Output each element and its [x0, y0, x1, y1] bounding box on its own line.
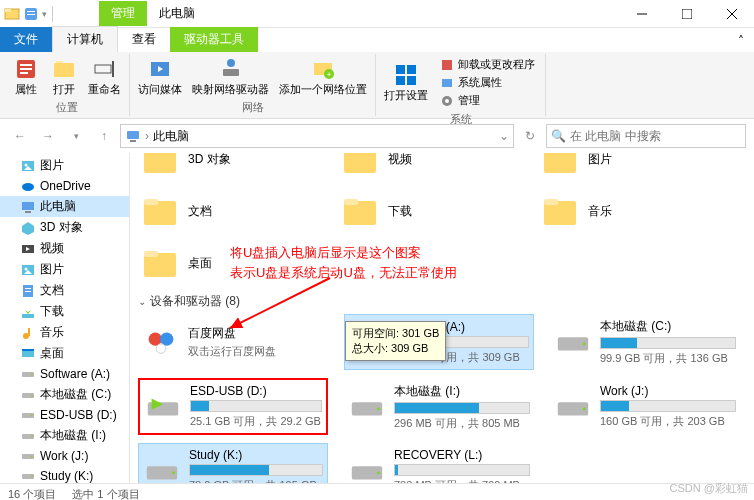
ribbon-group-network-label: 网络: [134, 99, 371, 116]
properties-icon: [14, 57, 38, 81]
folder-桌面[interactable]: 桌面: [138, 241, 298, 285]
tab-file[interactable]: 文件: [0, 27, 52, 52]
address-box[interactable]: › 此电脑 ⌄: [120, 124, 514, 148]
drive-6[interactable]: Study (K:)78.0 GB 可用，共 195 GB: [138, 443, 328, 483]
svg-rect-71: [344, 153, 376, 173]
downloads-icon: [20, 304, 36, 320]
sidebar-item-13[interactable]: 本地磁盘 (I:): [0, 425, 129, 446]
folder-文档[interactable]: 文档: [138, 189, 298, 233]
ribbon-map-drive[interactable]: 映射网络驱动器: [188, 54, 273, 99]
folder-label: 音乐: [588, 203, 612, 220]
sidebar-item-5[interactable]: 图片: [0, 259, 129, 280]
sidebar-item-14[interactable]: Work (J:): [0, 446, 129, 466]
drive-4[interactable]: 本地磁盘 (I:)296 MB 可用，共 805 MB: [344, 378, 534, 435]
close-button[interactable]: [709, 0, 754, 28]
desktop-icon: [20, 346, 36, 362]
search-icon: 🔍: [551, 129, 566, 143]
properties-qat-icon[interactable]: [23, 6, 39, 22]
svg-rect-10: [20, 64, 32, 66]
ribbon-open[interactable]: 打开: [46, 54, 82, 99]
drive-7[interactable]: RECOVERY (L:)783 MB 可用，共 799 MB: [344, 443, 534, 483]
folder-下载[interactable]: 下载: [338, 189, 498, 233]
videos-icon: [20, 241, 36, 257]
folder-label: 桌面: [188, 255, 212, 272]
sidebar-item-10[interactable]: Software (A:): [0, 364, 129, 384]
drive-1[interactable]: Software (A:)301 GB 可用，共 309 GB: [344, 314, 534, 370]
sidebar[interactable]: 图片OneDrive此电脑3D 对象视频图片文档下载音乐桌面Software (…: [0, 153, 130, 483]
sidebar-item-label: 此电脑: [40, 198, 76, 215]
drive-app-0[interactable]: 百度网盘双击运行百度网盘: [138, 314, 328, 370]
sidebar-item-9[interactable]: 桌面: [0, 343, 129, 364]
maximize-button[interactable]: [664, 0, 709, 28]
tab-computer[interactable]: 计算机: [52, 26, 118, 52]
map-drive-icon: [219, 57, 243, 81]
svg-rect-15: [95, 65, 111, 73]
svg-point-60: [31, 415, 33, 417]
svg-point-95: [583, 407, 586, 410]
drive-3[interactable]: ESD-USB (D:)25.1 GB 可用，共 29.2 GB: [138, 378, 328, 435]
ribbon-manage[interactable]: 管理: [438, 92, 537, 109]
svg-marker-14: [56, 61, 64, 63]
title-tab-manage[interactable]: 管理: [99, 1, 147, 26]
svg-rect-47: [25, 288, 31, 289]
sidebar-item-15[interactable]: Study (K:): [0, 466, 129, 483]
breadcrumb[interactable]: 此电脑: [153, 128, 189, 145]
ribbon-collapse-icon[interactable]: ˄: [728, 30, 754, 52]
status-count: 16 个项目: [8, 487, 56, 500]
ribbon-rename[interactable]: 重命名: [84, 54, 125, 99]
tab-driver-tools[interactable]: 驱动器工具: [170, 27, 258, 52]
svg-point-93: [377, 407, 380, 410]
drive-name: Study (K:): [189, 448, 323, 462]
ribbon-uninstall[interactable]: 卸载或更改程序: [438, 56, 537, 73]
svg-rect-69: [144, 153, 176, 173]
ribbon-add-network[interactable]: + 添加一个网络位置: [275, 54, 371, 99]
sidebar-item-2[interactable]: 此电脑: [0, 196, 129, 217]
sidebar-item-label: Work (J:): [40, 449, 88, 463]
content: 3D 对象视频图片文档下载音乐桌面设备和驱动器 (8)百度网盘双击运行百度网盘S…: [130, 153, 754, 483]
svg-rect-12: [20, 72, 28, 74]
ribbon-access-media[interactable]: 访问媒体: [134, 54, 186, 99]
sidebar-item-12[interactable]: ESD-USB (D:): [0, 405, 129, 425]
minimize-button[interactable]: [619, 0, 664, 28]
nav-back-button[interactable]: ←: [8, 124, 32, 148]
folder-音乐[interactable]: 音乐: [538, 189, 698, 233]
svg-rect-27: [407, 76, 416, 85]
manage-icon: [440, 94, 454, 108]
search-box[interactable]: 🔍: [546, 124, 746, 148]
folder-视频[interactable]: 视频: [338, 153, 498, 181]
sidebar-item-4[interactable]: 视频: [0, 238, 129, 259]
search-input[interactable]: [570, 129, 741, 143]
ribbon-system-props[interactable]: 系统属性: [438, 74, 537, 91]
drive-bar: [394, 464, 530, 476]
svg-point-62: [31, 435, 33, 437]
ribbon-open-settings[interactable]: 打开设置: [380, 54, 432, 111]
nav-forward-button[interactable]: →: [36, 124, 60, 148]
svg-rect-3: [27, 11, 35, 12]
ribbon-properties[interactable]: 属性: [8, 54, 44, 99]
section-devices[interactable]: 设备和驱动器 (8): [138, 293, 746, 310]
svg-rect-33: [130, 140, 136, 142]
folder-图片[interactable]: 图片: [538, 153, 698, 181]
sidebar-item-11[interactable]: 本地磁盘 (C:): [0, 384, 129, 405]
sidebar-item-7[interactable]: 下载: [0, 301, 129, 322]
sidebar-item-label: 桌面: [40, 345, 64, 362]
tab-view[interactable]: 查看: [118, 27, 170, 52]
folder-3D 对象[interactable]: 3D 对象: [138, 153, 298, 181]
sidebar-item-6[interactable]: 文档: [0, 280, 129, 301]
qat-dropdown-icon[interactable]: ▾: [42, 9, 47, 19]
sidebar-item-8[interactable]: 音乐: [0, 322, 129, 343]
drive-5[interactable]: Work (J:)160 GB 可用，共 203 GB: [550, 378, 740, 435]
sidebar-item-0[interactable]: 图片: [0, 155, 129, 176]
nav-history-dropdown[interactable]: ▾: [64, 124, 88, 148]
svg-rect-82: [144, 251, 158, 257]
nav-up-button[interactable]: ↑: [92, 124, 116, 148]
drive-2[interactable]: 本地磁盘 (C:)99.9 GB 可用，共 136 GB: [550, 314, 740, 370]
status-selected: 选中 1 个项目: [72, 487, 139, 500]
address-dropdown-icon[interactable]: ⌄: [499, 129, 509, 143]
open-icon: [52, 57, 76, 81]
drive-bar: [394, 402, 530, 414]
refresh-button[interactable]: ↻: [518, 124, 542, 148]
sidebar-item-3[interactable]: 3D 对象: [0, 217, 129, 238]
drive-icon: [20, 407, 36, 423]
sidebar-item-1[interactable]: OneDrive: [0, 176, 129, 196]
